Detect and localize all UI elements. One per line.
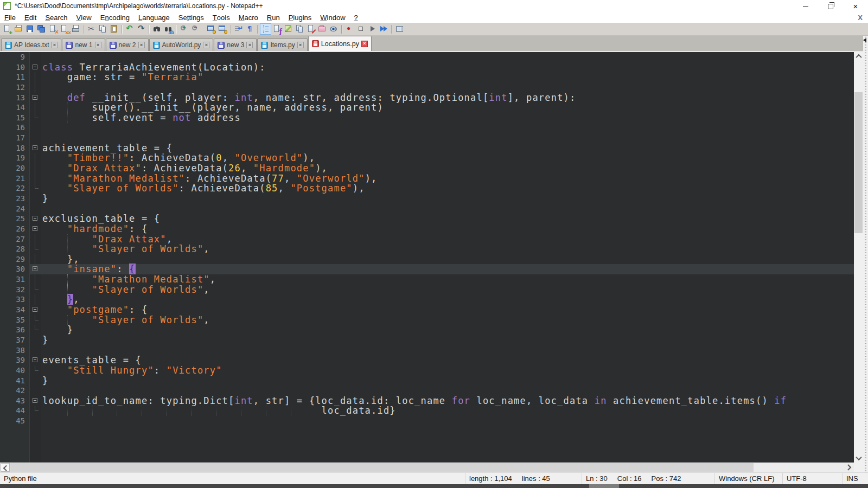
menu-view[interactable]: View <box>72 12 96 23</box>
code-line[interactable]: 31 "Marathon Medalist", <box>0 274 854 285</box>
panel-collapse-arrow-icon[interactable] <box>863 38 866 42</box>
code-line[interactable]: 42 <box>0 386 854 396</box>
code-line[interactable]: 14 super().__init__(player, name, addres… <box>0 102 854 113</box>
code-line[interactable]: 24 <box>0 204 854 214</box>
code-line[interactable]: 18achievement_table = { <box>0 143 854 153</box>
code-line[interactable]: 11 game: str = "Terraria" <box>0 72 854 82</box>
code-line[interactable]: 16 <box>0 123 854 133</box>
scroll-left-arrow[interactable] <box>1 463 10 472</box>
close-button[interactable]: × <box>843 0 868 12</box>
code-line[interactable]: 9 <box>0 52 854 62</box>
print-icon[interactable] <box>71 24 81 34</box>
vertical-scrollbar-thumb[interactable] <box>854 92 863 233</box>
document-map-icon[interactable] <box>283 24 293 34</box>
sync-vertical-scrolling-icon[interactable] <box>206 24 216 34</box>
cut-icon[interactable] <box>86 24 97 34</box>
folder-as-workspace-icon[interactable] <box>317 24 328 34</box>
menu-window[interactable]: Window <box>316 12 349 23</box>
scroll-up-arrow[interactable] <box>854 52 863 61</box>
replace-icon[interactable] <box>163 24 174 34</box>
code-line[interactable]: 38 <box>0 345 854 356</box>
fold-collapse-box[interactable] <box>30 214 41 224</box>
code-line[interactable]: 33 }, <box>0 294 854 305</box>
code-line[interactable]: 34 "postgame": { <box>0 305 854 315</box>
fold-collapse-box[interactable] <box>30 224 41 234</box>
code-line[interactable]: 41} <box>0 376 854 386</box>
tab-close-icon[interactable]: × <box>203 42 209 48</box>
menu-encoding[interactable]: Encoding <box>96 12 134 23</box>
tab-items-py[interactable]: Items.py× <box>257 38 307 51</box>
code-line[interactable]: 44 loc_data.id} <box>0 406 854 416</box>
tab-close-icon[interactable]: × <box>95 42 101 48</box>
tab-locations-py[interactable]: Locations.py× <box>308 36 372 51</box>
menu-settings[interactable]: Settings <box>174 12 208 23</box>
macro-record-icon[interactable] <box>344 24 355 34</box>
minimize-button[interactable] <box>793 0 818 12</box>
code-line[interactable]: 45 <box>0 416 854 426</box>
code-line[interactable]: 43lookup_id_to_name: typing.Dict[int, st… <box>0 396 854 406</box>
tab-ap-ideas-txt[interactable]: AP Ideas.txt× <box>1 38 61 51</box>
code-line[interactable]: 36 } <box>0 325 854 335</box>
function-list-icon[interactable] <box>272 24 282 34</box>
close-all-documents-icon[interactable] <box>59 24 69 34</box>
tab-close-icon[interactable]: × <box>246 42 253 48</box>
tab-autoworld-py[interactable]: AutoWorld.py× <box>149 38 214 51</box>
tab-new-1[interactable]: new 1× <box>62 38 105 51</box>
macro-save-icon[interactable] <box>394 24 405 34</box>
code-editor[interactable]: 910class TerrariaAchievement(Location):1… <box>0 52 854 463</box>
tab-new-2[interactable]: new 2× <box>106 38 149 51</box>
code-line[interactable]: 10class TerrariaAchievement(Location): <box>0 62 854 73</box>
code-line[interactable]: 35 "Slayer of Worlds", <box>0 315 854 325</box>
fold-collapse-box[interactable] <box>30 355 41 365</box>
status-eol-format[interactable]: Windows (CR LF) <box>714 473 782 484</box>
scroll-down-arrow[interactable] <box>854 454 863 463</box>
save-all-icon[interactable] <box>36 24 47 34</box>
code-line[interactable]: 19 "Timber!!": AchieveData(0, "Overworld… <box>0 153 854 163</box>
save-icon[interactable] <box>25 24 35 34</box>
code-line[interactable]: 23} <box>0 194 854 204</box>
zoom-out-icon[interactable] <box>190 24 201 34</box>
fold-collapse-box[interactable] <box>30 396 41 406</box>
menu-edit[interactable]: Edit <box>20 12 41 23</box>
macro-play-icon[interactable] <box>367 24 378 34</box>
document-switcher-icon[interactable] <box>295 24 305 34</box>
vertical-scrollbar[interactable] <box>854 52 863 463</box>
find-icon[interactable] <box>152 24 162 34</box>
horizontal-scrollbar[interactable] <box>0 463 854 472</box>
fold-collapse-box[interactable] <box>30 264 41 274</box>
code-line[interactable]: 37} <box>0 335 854 345</box>
new-file-icon[interactable] <box>2 24 12 34</box>
status-encoding[interactable]: UTF-8 <box>782 473 842 484</box>
tab-close-icon[interactable]: × <box>138 42 145 48</box>
fold-collapse-box[interactable] <box>30 143 41 153</box>
menu-tools[interactable]: Tools <box>208 12 234 23</box>
code-line[interactable]: 40 "Still Hungry": "Victory" <box>0 365 854 376</box>
tab-close-icon[interactable]: × <box>361 41 368 47</box>
code-line[interactable]: 20 "Drax Attax": AchieveData(26, "Hardmo… <box>0 163 854 174</box>
code-line[interactable]: 12 <box>0 82 854 93</box>
menu-[interactable]: ? <box>350 12 362 23</box>
code-line[interactable]: 22 "Slayer of Worlds": AchieveData(85, "… <box>0 183 854 194</box>
tab-close-icon[interactable]: × <box>51 42 58 48</box>
code-line[interactable]: 15 self.event = not address <box>0 113 854 123</box>
menu-run[interactable]: Run <box>263 12 284 23</box>
fold-collapse-box[interactable] <box>30 305 41 315</box>
zoom-in-icon[interactable] <box>179 24 189 34</box>
close-document-x-button[interactable]: X <box>858 14 863 22</box>
menu-plugins[interactable]: Plugins <box>284 12 316 23</box>
scroll-right-arrow[interactable] <box>844 463 853 472</box>
code-line[interactable]: 17 <box>0 133 854 143</box>
code-line[interactable]: 29 }, <box>0 254 854 265</box>
show-all-characters-icon[interactable] <box>245 24 255 34</box>
undo-icon[interactable] <box>125 24 135 34</box>
menu-file[interactable]: File <box>0 12 20 23</box>
menu-search[interactable]: Search <box>41 12 72 23</box>
tab-new-3[interactable]: new 3× <box>214 38 257 51</box>
code-line[interactable]: 26 "hardmode": { <box>0 224 854 234</box>
file-browser-icon[interactable] <box>306 24 316 34</box>
code-line[interactable]: 21 "Marathon Medalist": AchieveData(77, … <box>0 174 854 184</box>
word-wrap-icon[interactable] <box>233 24 244 34</box>
tab-close-icon[interactable]: × <box>297 42 304 48</box>
close-document-icon[interactable] <box>48 24 58 34</box>
status-insert-mode[interactable]: INS <box>842 473 868 484</box>
